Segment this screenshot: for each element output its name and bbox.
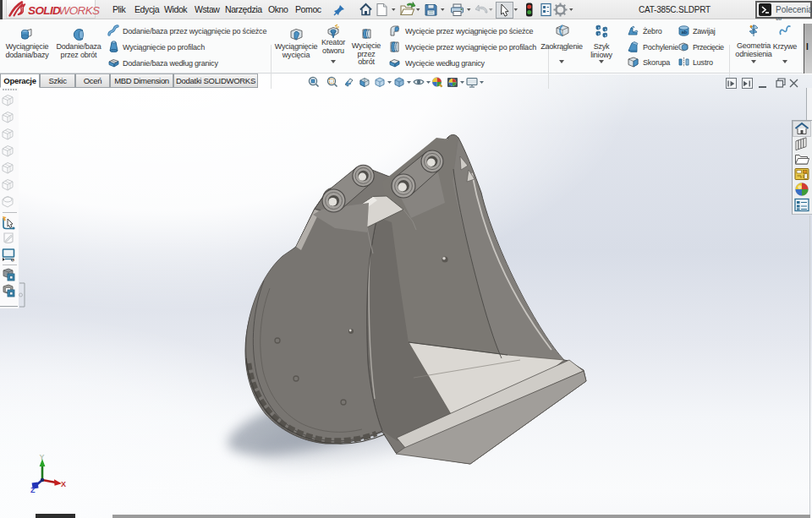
svg-text:X: X — [61, 480, 66, 488]
svg-text:Z: Z — [30, 486, 36, 494]
